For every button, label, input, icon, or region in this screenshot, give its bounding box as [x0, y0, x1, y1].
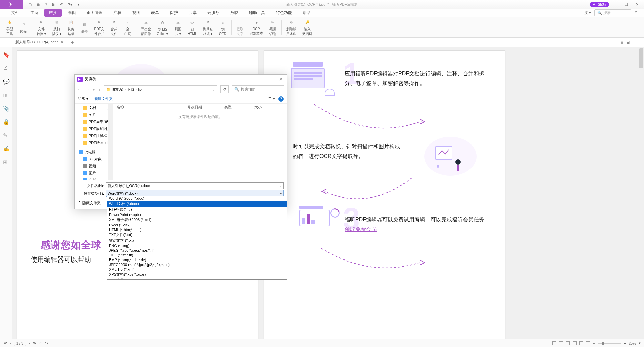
- view-full-icon[interactable]: ▣: [626, 40, 630, 45]
- next-page-button[interactable]: ›: [29, 341, 30, 345]
- nav-forward-button[interactable]: →: [85, 87, 89, 92]
- lang-icon[interactable]: 汉 ▾: [584, 10, 591, 15]
- sig-icon[interactable]: ✍: [3, 146, 9, 152]
- tree-item[interactable]: 视频: [75, 163, 113, 170]
- filetype-option[interactable]: PNG (*.png): [107, 243, 287, 248]
- filetype-option[interactable]: XML电子表格2003 (*.xml): [107, 217, 287, 223]
- comment-icon[interactable]: 💬: [3, 78, 9, 84]
- filetype-dropdown[interactable]: Word 97-2003 (*.doc) Word文档 (*.docx) RTF…: [107, 196, 287, 280]
- address-bar[interactable]: 📁 此电脑 下载 lib ⌄: [104, 85, 217, 93]
- menu-edit[interactable]: 编辑: [63, 9, 81, 17]
- col-name[interactable]: 名称: [113, 105, 184, 110]
- view-mode-4[interactable]: [573, 341, 577, 345]
- tree-item[interactable]: 图片: [75, 170, 113, 177]
- ribbon-extract-text[interactable]: T提取 文字: [234, 18, 246, 37]
- help-button[interactable]: ?: [278, 96, 284, 102]
- redo-icon[interactable]: ↷▾: [68, 2, 73, 7]
- fwd-view-button[interactable]: ↪: [45, 341, 48, 345]
- user-badge[interactable]: A - Sh3n: [590, 2, 609, 7]
- filetype-option[interactable]: PowerPoint (*.pptx): [107, 212, 287, 217]
- filetype-option[interactable]: OFD文件 (*.ofd): [107, 277, 287, 280]
- filetype-option[interactable]: JPEG (*.jpg,*.jpeg,*.jpe,*.jif): [107, 248, 287, 253]
- new-tab-button[interactable]: +: [67, 40, 78, 45]
- page-indicator[interactable]: 1 / 3: [14, 341, 26, 346]
- tree-item[interactable]: PDF局部加密、P: [75, 118, 113, 125]
- breadcrumb[interactable]: lib: [138, 87, 142, 91]
- zoom-in-button[interactable]: +: [624, 341, 626, 345]
- ribbon-activate[interactable]: 🔑输入 激活码: [300, 18, 315, 37]
- back-view-button[interactable]: ↩: [39, 341, 42, 345]
- ribbon-merge-files[interactable]: 🗎合并 文件: [108, 18, 120, 37]
- ribbon-select[interactable]: ⬚选择: [17, 20, 30, 35]
- undo-icon[interactable]: ↶: [60, 2, 63, 7]
- chevron-down-icon[interactable]: ⌄: [279, 184, 282, 188]
- nav-back-button[interactable]: ←: [77, 87, 82, 92]
- filetype-option[interactable]: TXT文件(*.txt): [107, 232, 287, 238]
- ribbon-to-image[interactable]: 🖼到图 片 ▾: [171, 18, 184, 37]
- filetype-option[interactable]: Word 97-2003 (*.doc): [107, 196, 287, 201]
- refresh-button[interactable]: ↻: [220, 85, 229, 93]
- ribbon-form[interactable]: ▤表单: [78, 20, 91, 35]
- security-icon[interactable]: 🔒: [3, 119, 9, 125]
- path-dropdown-icon[interactable]: ⌄: [212, 87, 215, 92]
- tree-item[interactable]: 图片: [75, 111, 113, 118]
- zoom-dropdown-icon[interactable]: ▾: [639, 341, 641, 345]
- menu-protect[interactable]: 保护: [165, 9, 183, 17]
- menu-pages[interactable]: 页面管理: [82, 9, 107, 17]
- filetype-option[interactable]: 辅助文本 (*.txt): [107, 238, 287, 243]
- qat-more-icon[interactable]: ▾: [78, 2, 80, 7]
- sign-icon[interactable]: ✎: [3, 132, 9, 138]
- collapse-ribbon-icon[interactable]: ^: [635, 10, 637, 16]
- zoom-out-button[interactable]: −: [593, 341, 595, 345]
- dialog-close-button[interactable]: ✕: [278, 77, 284, 82]
- menu-feature[interactable]: 特色功能: [271, 9, 297, 17]
- save-icon[interactable]: 🖶: [36, 2, 40, 7]
- open-icon[interactable]: ▢: [28, 2, 32, 7]
- ribbon-blank[interactable]: ▫空 白页: [121, 18, 134, 37]
- close-button[interactable]: ✕: [633, 1, 641, 8]
- menu-share[interactable]: 共享: [184, 9, 201, 17]
- first-page-button[interactable]: ≪: [3, 341, 7, 345]
- ribbon-screenshot[interactable]: ✂截屏 识别: [266, 18, 279, 37]
- view-grid-icon[interactable]: ⊞: [620, 40, 624, 45]
- breadcrumb[interactable]: 此电脑: [112, 87, 126, 92]
- menu-form[interactable]: 表单: [146, 9, 164, 17]
- hide-folders-toggle[interactable]: ⌃隐藏文件夹: [78, 200, 101, 206]
- filename-input[interactable]: 新人引导(1)_OCR(4).docx⌄: [106, 182, 284, 189]
- tree-item[interactable]: 3D 对象: [75, 156, 113, 163]
- breadcrumb[interactable]: 下载: [127, 87, 137, 92]
- col-date[interactable]: 修改日期: [184, 105, 221, 110]
- view-mode-6[interactable]: [586, 341, 590, 345]
- doc-icon[interactable]: 🗎: [52, 2, 55, 7]
- filetype-option[interactable]: XML 1.0 (*.xml): [107, 267, 287, 272]
- attach-icon[interactable]: 📎: [3, 105, 9, 111]
- bookmark-icon[interactable]: 🔖: [3, 52, 9, 58]
- free-member-link[interactable]: 领取免费会员: [345, 226, 377, 232]
- pages-icon[interactable]: 🗎: [3, 65, 9, 71]
- print-icon[interactable]: ⎙: [45, 2, 47, 7]
- document-tab[interactable]: 新人引导(1)_OCR(4).pdf * ✕: [12, 38, 67, 46]
- col-type[interactable]: 类型: [221, 105, 251, 110]
- col-size[interactable]: 大小: [251, 105, 265, 110]
- scrollbar-thumb[interactable]: [639, 48, 643, 68]
- filetype-option[interactable]: TIFF (*.tiff,*.tif): [107, 253, 287, 257]
- maximize-button[interactable]: ☐: [622, 1, 631, 8]
- layers-icon[interactable]: ≋: [3, 92, 9, 98]
- ribbon-to-office[interactable]: W到 MS Office ▾: [154, 18, 171, 36]
- ribbon-scanner[interactable]: ⊞从扫 描仪 ▾: [49, 18, 64, 37]
- ribbon-clipboard[interactable]: 📋从剪 贴板: [65, 18, 78, 37]
- menu-view[interactable]: 视图: [128, 9, 145, 17]
- ribbon-to-ofd[interactable]: 🗎到 OFD: [216, 18, 229, 36]
- filetype-option[interactable]: HTML (*.htm;*.html): [107, 227, 287, 232]
- file-list[interactable]: 名称 修改日期 类型 大小 没有与搜索条件匹配的项。: [113, 104, 287, 180]
- tree-item[interactable]: PDF转excel: [75, 139, 113, 147]
- ribbon-to-html[interactable]: <>到 HTML: [185, 18, 199, 36]
- tree-item[interactable]: 文档: [75, 177, 113, 180]
- filetype-option[interactable]: BMP (*.bmp,*.dib,*.rle): [107, 257, 287, 262]
- filetype-option[interactable]: Word文档 (*.docx): [107, 201, 287, 207]
- filetype-option[interactable]: XPS文档(*.xps,*.oxps): [107, 272, 287, 277]
- ribbon-file-convert[interactable]: 🗎文件 转换 ▾: [34, 18, 49, 37]
- view-mode-5[interactable]: [579, 341, 583, 345]
- ribbon-hand[interactable]: ✋手型 工具: [3, 18, 16, 37]
- menu-comment[interactable]: 注释: [109, 9, 126, 17]
